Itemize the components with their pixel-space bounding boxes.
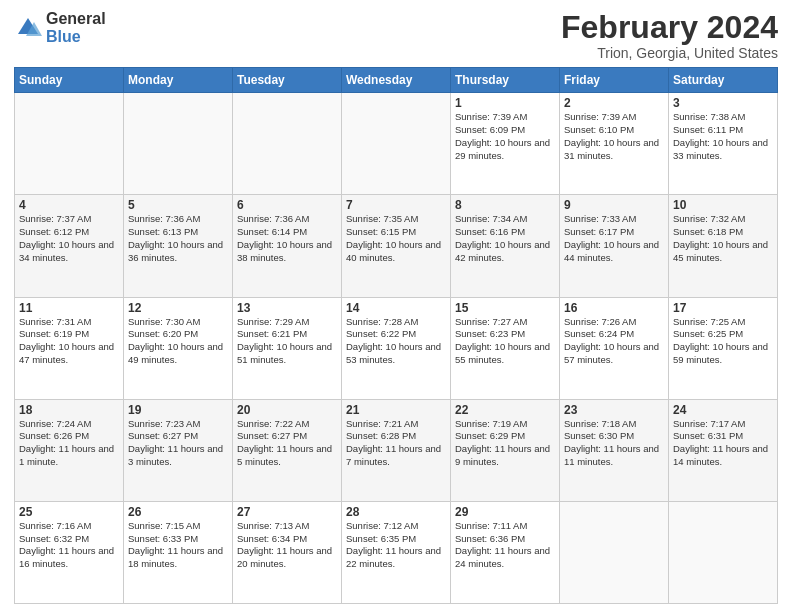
day-cell: 25Sunrise: 7:16 AM Sunset: 6:32 PM Dayli… — [15, 501, 124, 603]
day-number: 2 — [564, 96, 664, 110]
day-cell — [15, 93, 124, 195]
day-detail: Sunrise: 7:21 AM Sunset: 6:28 PM Dayligh… — [346, 418, 446, 469]
logo-icon — [14, 14, 42, 42]
day-number: 15 — [455, 301, 555, 315]
header-cell-wednesday: Wednesday — [342, 68, 451, 93]
day-number: 25 — [19, 505, 119, 519]
day-cell: 2Sunrise: 7:39 AM Sunset: 6:10 PM Daylig… — [560, 93, 669, 195]
day-cell: 11Sunrise: 7:31 AM Sunset: 6:19 PM Dayli… — [15, 297, 124, 399]
day-detail: Sunrise: 7:36 AM Sunset: 6:13 PM Dayligh… — [128, 213, 228, 264]
day-number: 14 — [346, 301, 446, 315]
header-cell-tuesday: Tuesday — [233, 68, 342, 93]
day-cell: 24Sunrise: 7:17 AM Sunset: 6:31 PM Dayli… — [669, 399, 778, 501]
day-detail: Sunrise: 7:34 AM Sunset: 6:16 PM Dayligh… — [455, 213, 555, 264]
day-cell — [669, 501, 778, 603]
header: General Blue February 2024 Trion, Georgi… — [14, 10, 778, 61]
day-number: 19 — [128, 403, 228, 417]
day-cell: 21Sunrise: 7:21 AM Sunset: 6:28 PM Dayli… — [342, 399, 451, 501]
day-cell: 17Sunrise: 7:25 AM Sunset: 6:25 PM Dayli… — [669, 297, 778, 399]
day-number: 11 — [19, 301, 119, 315]
week-row-3: 18Sunrise: 7:24 AM Sunset: 6:26 PM Dayli… — [15, 399, 778, 501]
day-number: 6 — [237, 198, 337, 212]
day-number: 10 — [673, 198, 773, 212]
day-cell: 20Sunrise: 7:22 AM Sunset: 6:27 PM Dayli… — [233, 399, 342, 501]
day-number: 20 — [237, 403, 337, 417]
day-detail: Sunrise: 7:33 AM Sunset: 6:17 PM Dayligh… — [564, 213, 664, 264]
day-cell: 10Sunrise: 7:32 AM Sunset: 6:18 PM Dayli… — [669, 195, 778, 297]
header-cell-sunday: Sunday — [15, 68, 124, 93]
day-cell: 19Sunrise: 7:23 AM Sunset: 6:27 PM Dayli… — [124, 399, 233, 501]
week-row-1: 4Sunrise: 7:37 AM Sunset: 6:12 PM Daylig… — [15, 195, 778, 297]
day-cell: 13Sunrise: 7:29 AM Sunset: 6:21 PM Dayli… — [233, 297, 342, 399]
day-cell: 7Sunrise: 7:35 AM Sunset: 6:15 PM Daylig… — [342, 195, 451, 297]
day-number: 16 — [564, 301, 664, 315]
day-number: 28 — [346, 505, 446, 519]
day-detail: Sunrise: 7:18 AM Sunset: 6:30 PM Dayligh… — [564, 418, 664, 469]
week-row-2: 11Sunrise: 7:31 AM Sunset: 6:19 PM Dayli… — [15, 297, 778, 399]
day-detail: Sunrise: 7:24 AM Sunset: 6:26 PM Dayligh… — [19, 418, 119, 469]
day-cell — [233, 93, 342, 195]
day-detail: Sunrise: 7:19 AM Sunset: 6:29 PM Dayligh… — [455, 418, 555, 469]
day-detail: Sunrise: 7:36 AM Sunset: 6:14 PM Dayligh… — [237, 213, 337, 264]
day-detail: Sunrise: 7:30 AM Sunset: 6:20 PM Dayligh… — [128, 316, 228, 367]
logo-general: General — [46, 10, 106, 28]
day-cell: 22Sunrise: 7:19 AM Sunset: 6:29 PM Dayli… — [451, 399, 560, 501]
day-cell: 14Sunrise: 7:28 AM Sunset: 6:22 PM Dayli… — [342, 297, 451, 399]
day-number: 13 — [237, 301, 337, 315]
day-detail: Sunrise: 7:27 AM Sunset: 6:23 PM Dayligh… — [455, 316, 555, 367]
calendar-table: SundayMondayTuesdayWednesdayThursdayFrid… — [14, 67, 778, 604]
day-number: 9 — [564, 198, 664, 212]
logo-blue: Blue — [46, 28, 106, 46]
header-row: SundayMondayTuesdayWednesdayThursdayFrid… — [15, 68, 778, 93]
day-detail: Sunrise: 7:39 AM Sunset: 6:09 PM Dayligh… — [455, 111, 555, 162]
title-block: February 2024 Trion, Georgia, United Sta… — [561, 10, 778, 61]
day-number: 3 — [673, 96, 773, 110]
day-cell: 18Sunrise: 7:24 AM Sunset: 6:26 PM Dayli… — [15, 399, 124, 501]
day-detail: Sunrise: 7:11 AM Sunset: 6:36 PM Dayligh… — [455, 520, 555, 571]
day-detail: Sunrise: 7:39 AM Sunset: 6:10 PM Dayligh… — [564, 111, 664, 162]
day-detail: Sunrise: 7:16 AM Sunset: 6:32 PM Dayligh… — [19, 520, 119, 571]
day-detail: Sunrise: 7:23 AM Sunset: 6:27 PM Dayligh… — [128, 418, 228, 469]
day-cell: 6Sunrise: 7:36 AM Sunset: 6:14 PM Daylig… — [233, 195, 342, 297]
day-detail: Sunrise: 7:35 AM Sunset: 6:15 PM Dayligh… — [346, 213, 446, 264]
day-number: 17 — [673, 301, 773, 315]
day-cell — [342, 93, 451, 195]
day-detail: Sunrise: 7:29 AM Sunset: 6:21 PM Dayligh… — [237, 316, 337, 367]
day-detail: Sunrise: 7:26 AM Sunset: 6:24 PM Dayligh… — [564, 316, 664, 367]
header-cell-thursday: Thursday — [451, 68, 560, 93]
day-number: 26 — [128, 505, 228, 519]
header-cell-monday: Monday — [124, 68, 233, 93]
day-number: 21 — [346, 403, 446, 417]
day-number: 18 — [19, 403, 119, 417]
day-number: 23 — [564, 403, 664, 417]
day-number: 29 — [455, 505, 555, 519]
week-row-4: 25Sunrise: 7:16 AM Sunset: 6:32 PM Dayli… — [15, 501, 778, 603]
day-cell: 16Sunrise: 7:26 AM Sunset: 6:24 PM Dayli… — [560, 297, 669, 399]
day-detail: Sunrise: 7:31 AM Sunset: 6:19 PM Dayligh… — [19, 316, 119, 367]
day-cell: 15Sunrise: 7:27 AM Sunset: 6:23 PM Dayli… — [451, 297, 560, 399]
day-number: 4 — [19, 198, 119, 212]
day-cell: 3Sunrise: 7:38 AM Sunset: 6:11 PM Daylig… — [669, 93, 778, 195]
day-number: 1 — [455, 96, 555, 110]
day-cell: 4Sunrise: 7:37 AM Sunset: 6:12 PM Daylig… — [15, 195, 124, 297]
day-detail: Sunrise: 7:32 AM Sunset: 6:18 PM Dayligh… — [673, 213, 773, 264]
day-cell: 5Sunrise: 7:36 AM Sunset: 6:13 PM Daylig… — [124, 195, 233, 297]
day-cell: 8Sunrise: 7:34 AM Sunset: 6:16 PM Daylig… — [451, 195, 560, 297]
page: General Blue February 2024 Trion, Georgi… — [0, 0, 792, 612]
day-cell: 26Sunrise: 7:15 AM Sunset: 6:33 PM Dayli… — [124, 501, 233, 603]
day-detail: Sunrise: 7:22 AM Sunset: 6:27 PM Dayligh… — [237, 418, 337, 469]
day-number: 8 — [455, 198, 555, 212]
day-detail: Sunrise: 7:12 AM Sunset: 6:35 PM Dayligh… — [346, 520, 446, 571]
header-cell-saturday: Saturday — [669, 68, 778, 93]
day-cell — [560, 501, 669, 603]
calendar-subtitle: Trion, Georgia, United States — [561, 45, 778, 61]
week-row-0: 1Sunrise: 7:39 AM Sunset: 6:09 PM Daylig… — [15, 93, 778, 195]
day-detail: Sunrise: 7:38 AM Sunset: 6:11 PM Dayligh… — [673, 111, 773, 162]
day-detail: Sunrise: 7:17 AM Sunset: 6:31 PM Dayligh… — [673, 418, 773, 469]
day-cell: 12Sunrise: 7:30 AM Sunset: 6:20 PM Dayli… — [124, 297, 233, 399]
day-cell: 23Sunrise: 7:18 AM Sunset: 6:30 PM Dayli… — [560, 399, 669, 501]
day-detail: Sunrise: 7:28 AM Sunset: 6:22 PM Dayligh… — [346, 316, 446, 367]
day-detail: Sunrise: 7:13 AM Sunset: 6:34 PM Dayligh… — [237, 520, 337, 571]
day-number: 12 — [128, 301, 228, 315]
day-detail: Sunrise: 7:15 AM Sunset: 6:33 PM Dayligh… — [128, 520, 228, 571]
